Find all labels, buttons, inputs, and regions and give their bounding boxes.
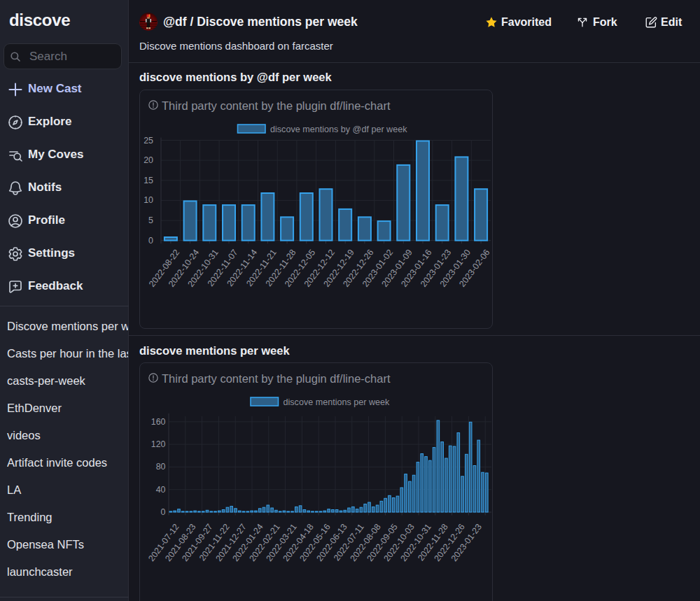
svg-text:40: 40 — [156, 485, 166, 495]
svg-text:120: 120 — [151, 439, 166, 449]
svg-text:20: 20 — [144, 155, 153, 165]
svg-text:0: 0 — [161, 507, 166, 517]
svg-text:160: 160 — [151, 417, 166, 427]
svg-text:10: 10 — [144, 195, 153, 205]
svg-text:discove mentions per week: discove mentions per week — [284, 397, 391, 407]
svg-text:15: 15 — [144, 176, 153, 185]
svg-text:0: 0 — [148, 236, 153, 246]
svg-text:discove mentions by @df per we: discove mentions by @df per week — [270, 125, 407, 134]
svg-text:5: 5 — [148, 215, 153, 225]
svg-text:80: 80 — [156, 462, 166, 472]
svg-text:25: 25 — [144, 136, 153, 146]
